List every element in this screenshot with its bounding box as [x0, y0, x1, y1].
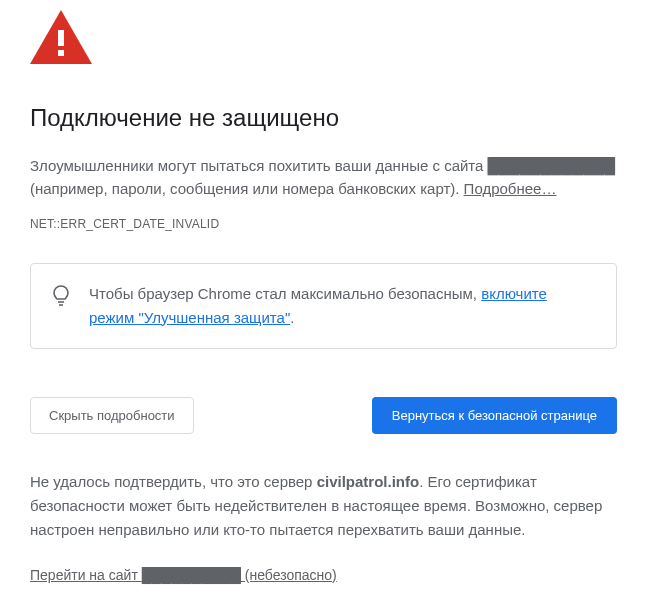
description-prefix: Злоумышленники могут пытаться похитить в…: [30, 157, 488, 174]
button-row: Скрыть подробности Вернуться к безопасно…: [30, 397, 617, 434]
suggestion-suffix: .: [290, 309, 294, 326]
certificate-details: Не удалось подтвердить, что это сервер c…: [30, 470, 617, 542]
server-name: civilpatrol.info: [317, 473, 420, 490]
error-page: Подключение не защищено Злоумышленники м…: [0, 0, 647, 591]
svg-rect-1: [58, 30, 64, 46]
svg-rect-2: [58, 50, 64, 56]
enhanced-protection-suggestion: Чтобы браузер Chrome стал максимально бе…: [30, 263, 617, 349]
error-code: NET::ERR_CERT_DATE_INVALID: [30, 217, 617, 231]
warning-description: Злоумышленники могут пытаться похитить в…: [30, 154, 617, 201]
warning-triangle-icon: [30, 10, 617, 64]
hide-details-button[interactable]: Скрыть подробности: [30, 397, 194, 434]
proceed-prefix: Перейти на сайт: [30, 567, 142, 583]
learn-more-link[interactable]: Подробнее…: [464, 180, 557, 197]
proceed-unsafe-link[interactable]: Перейти на сайт ██████████ (небезопасно): [30, 567, 337, 583]
suggestion-prefix: Чтобы браузер Chrome стал максимально бе…: [89, 285, 481, 302]
details-prefix: Не удалось подтвердить, что это сервер: [30, 473, 317, 490]
masked-hostname: ████████████: [488, 157, 616, 174]
proceed-masked-hostname: ██████████: [142, 567, 241, 583]
suggestion-text: Чтобы браузер Chrome стал максимально бе…: [89, 282, 596, 330]
page-title: Подключение не защищено: [30, 104, 617, 132]
description-suffix: (например, пароли, сообщения или номера …: [30, 180, 464, 197]
proceed-suffix: (небезопасно): [241, 567, 337, 583]
back-to-safety-button[interactable]: Вернуться к безопасной странице: [372, 397, 617, 434]
lightbulb-icon: [51, 284, 71, 312]
